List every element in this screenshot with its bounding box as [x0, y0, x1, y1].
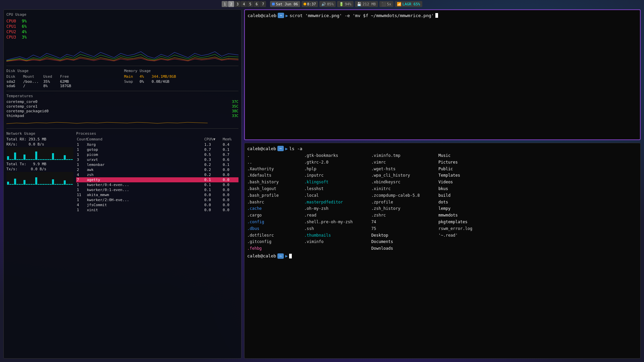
- proc-cpu: 0.3: [204, 158, 223, 162]
- ls-item: .bash_profile: [247, 192, 304, 199]
- proc-row: 1 Xorg 1.3 0.4: [76, 142, 238, 147]
- cpu-graph: [6, 42, 238, 62]
- workspace-3[interactable]: 3: [234, 1, 240, 7]
- proc-row: 4 zsh 0.2 0.0: [76, 172, 238, 177]
- disk-sda2-mount: /boo...: [23, 79, 43, 84]
- proc-mem: 0.4: [223, 142, 238, 147]
- ls-item: .inputrc: [304, 172, 371, 179]
- temp-thinkpad-val: 33C: [232, 114, 238, 118]
- ls-item: .lesshst: [304, 186, 371, 192]
- cpu-core-1: CPU1 6%: [6, 24, 238, 29]
- cpu0-label: CPU0: [6, 19, 19, 23]
- ls-item: .wpa_cli_history: [371, 172, 438, 179]
- proc-cmd: jfsCommit: [87, 203, 204, 207]
- workspace-1[interactable]: 1: [222, 1, 228, 7]
- proc-count: 1: [77, 183, 87, 187]
- ls-item: .masterpdfeditor: [304, 199, 371, 206]
- proc-cmd: Xorg: [87, 142, 204, 147]
- proc-cpu: 0.1: [204, 183, 223, 187]
- term-top-user: caleb@caleb: [248, 13, 276, 18]
- proc-mem: 0.0: [223, 168, 238, 172]
- ls-item: Desktop: [371, 232, 438, 239]
- proc-count: 3: [77, 158, 87, 162]
- proc-cpu: 0.2: [204, 168, 223, 172]
- ls-output: . .gtk-bookmarks .viminfo.tmp Music .. .…: [247, 153, 638, 252]
- mem-row-swap: Swap 0% 0.0B/4GB: [124, 79, 238, 84]
- taskbar-calendar[interactable]: Sat Jun 06: [270, 1, 300, 7]
- proc-cmd: awk: [87, 168, 204, 172]
- net-title: Network Usage: [6, 131, 73, 136]
- proc-mem: 0.7: [223, 153, 238, 157]
- extra-icon: ⬛: [381, 2, 386, 6]
- proc-col-count: Count: [77, 137, 87, 141]
- temp-graph: [6, 120, 238, 125]
- ls-item: [438, 245, 499, 252]
- taskbar-wifi[interactable]: 📶 LAGR 65%: [395, 1, 422, 7]
- proc-count: 1: [77, 147, 87, 152]
- ls-item: .cargo: [247, 212, 304, 219]
- proc-row: 1 gotop 0.7 0.1: [76, 147, 238, 152]
- terminal-bottom[interactable]: caleb@caleb ~ ▶ ls -a . .gtk-bookmarks .…: [244, 143, 641, 359]
- battery-icon: 🔋: [339, 2, 344, 6]
- ls-item: .read: [304, 212, 371, 219]
- workspace-7[interactable]: 7: [260, 1, 266, 7]
- term-top-arrow: ▶: [285, 13, 288, 18]
- mem-swap-label: Swap: [124, 79, 138, 84]
- proc-count: 1: [77, 198, 87, 202]
- net-section: Network Usage Total RX: 293.5 MB RX/s: 0…: [6, 131, 73, 356]
- temp-pkgid-val: 38C: [232, 109, 238, 113]
- ls-item: .config: [247, 219, 304, 226]
- taskbar-volume[interactable]: 🔊 85%: [319, 1, 336, 7]
- proc-count: 1: [77, 208, 87, 212]
- proc-row: 11 akita_mmwm 0.0 0.0: [76, 192, 238, 197]
- proc-count: 4: [77, 203, 87, 207]
- ls-item: rswm_error.log: [438, 226, 499, 232]
- main-container: CPU Usage CPU0 9% CPU1 6% CPU2 4% CPU3 3…: [3, 9, 641, 359]
- proc-cmd: picom: [87, 153, 204, 157]
- ls-item: .xinitrc: [371, 186, 438, 192]
- term-bottom-user-2: caleb@caleb: [247, 253, 276, 258]
- ls-item: .gtk-bookmarks: [304, 153, 371, 159]
- taskbar-extra[interactable]: ⬛ 5x: [379, 1, 393, 7]
- ls-item: build: [438, 192, 499, 199]
- proc-mem: 0.0: [223, 178, 238, 182]
- disk-row-sda2: sda2 /boo... 35% 62MB: [6, 79, 121, 84]
- temp-row-thinkpad: thinkpad 33C: [6, 114, 238, 118]
- ls-item: '~.read': [438, 232, 499, 239]
- proc-cmd: urxvt: [87, 158, 204, 162]
- workspace-5[interactable]: 5: [247, 1, 253, 7]
- proc-cpu: 0.2: [204, 173, 223, 177]
- proc-cpu: 0.0: [204, 208, 223, 212]
- ls-item: .zsh_history: [371, 205, 438, 212]
- workspace-2[interactable]: 2: [228, 1, 234, 7]
- ls-item-cache: .cache: [247, 205, 304, 212]
- temp-row-core0: coretemp_core0 37C: [6, 100, 238, 104]
- workspace-4[interactable]: 4: [241, 1, 247, 7]
- cpu-core-0: CPU0 9%: [6, 19, 238, 23]
- proc-cpu: 0.5: [204, 153, 223, 157]
- proc-cmd: zsh: [87, 173, 204, 177]
- taskbar-disk[interactable]: 💾 212 MB: [355, 1, 378, 7]
- system-monitor-panel: CPU Usage CPU0 9% CPU1 6% CPU2 4% CPU3 3…: [3, 9, 241, 359]
- proc-count: 1: [77, 153, 87, 157]
- disk-col-disk: Disk: [6, 74, 23, 79]
- proc-count: 11: [77, 193, 87, 197]
- proc-col-mem: Mem%: [223, 137, 238, 141]
- mem-section: Memory Usage Main 4% 344.1MB/8GB Swap 0%…: [124, 69, 238, 88]
- ls-item: .thumbnails: [304, 232, 371, 239]
- terminal-top[interactable]: caleb@caleb ~ ▶ scrot 'mmwmrice.png' -e …: [244, 9, 641, 140]
- proc-count: 2: [77, 168, 87, 172]
- cpu3-label: CPU3: [6, 35, 19, 40]
- workspace-6[interactable]: 6: [254, 1, 260, 7]
- disk-row-sda6: sda6 / 8% 187GB: [6, 84, 121, 88]
- ls-item: .dbus: [247, 226, 304, 232]
- mem-main-pct: 4%: [140, 74, 150, 79]
- taskbar-time[interactable]: 8:37: [302, 1, 318, 7]
- ls-item: .xbindkeysrc: [371, 179, 438, 186]
- proc-mem: 0.1: [223, 147, 238, 152]
- ls-item: Music: [438, 153, 499, 159]
- disk-sda2-free: 62MB: [60, 79, 80, 84]
- taskbar-battery[interactable]: 🔋 94%: [337, 1, 354, 7]
- ls-item: .viminfo: [304, 239, 371, 245]
- proc-cmd: akita_mmwm: [87, 193, 204, 197]
